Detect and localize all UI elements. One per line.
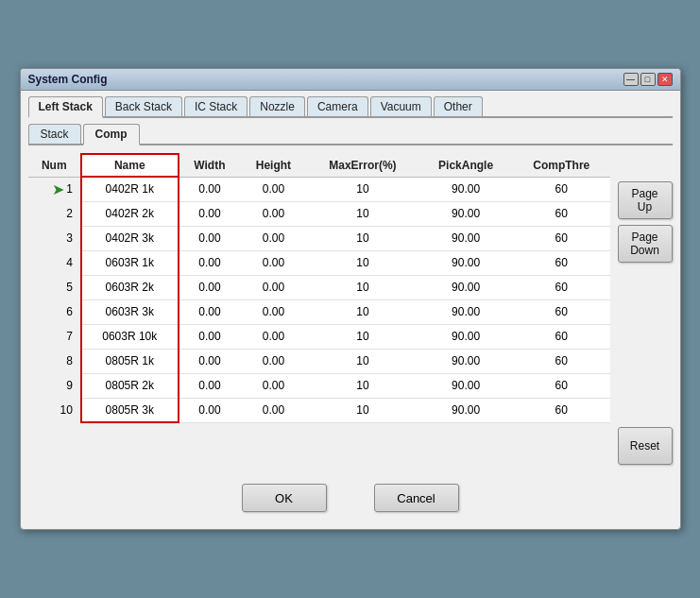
tab-left-stack[interactable]: Left Stack	[28, 96, 103, 118]
cell-width: 0.00	[179, 201, 241, 226]
cell-compthre: 60	[513, 299, 610, 324]
cell-pickangle: 90.00	[418, 349, 513, 373]
table-row[interactable]: 80805R 1k0.000.001090.0060	[28, 349, 610, 373]
table-row[interactable]: 60603R 3k0.000.001090.0060	[28, 299, 610, 324]
table-row[interactable]: 40603R 1k0.000.001090.0060	[28, 250, 610, 275]
page-up-button[interactable]: PageUp	[618, 181, 673, 219]
tab-other[interactable]: Other	[434, 96, 483, 116]
table-row[interactable]: ➤ 10402R 1k0.000.001090.0060	[28, 177, 610, 201]
cell-maxerror: 10	[307, 250, 419, 275]
tab-back-stack[interactable]: Back Stack	[105, 96, 182, 116]
cell-maxerror: 10	[307, 324, 419, 349]
cell-width: 0.00	[179, 373, 241, 398]
cell-height: 0.00	[240, 201, 306, 226]
cell-height: 0.00	[240, 177, 306, 201]
cell-name[interactable]: 0603R 3k	[81, 299, 179, 324]
cell-pickangle: 90.00	[418, 398, 513, 422]
cell-maxerror: 10	[307, 299, 419, 324]
col-width: Width	[179, 154, 241, 177]
maximize-button[interactable]: □	[640, 73, 656, 86]
table-row[interactable]: 20402R 2k0.000.001090.0060	[28, 201, 610, 226]
cell-num: 5	[28, 275, 81, 299]
ok-button[interactable]: OK	[242, 484, 327, 512]
cell-num: 6	[28, 299, 81, 324]
cell-name[interactable]: 0603R 10k	[81, 324, 179, 349]
cell-height: 0.00	[240, 349, 306, 373]
col-maxerror: MaxError(%)	[307, 154, 419, 177]
cell-num: 2	[28, 201, 81, 226]
cell-height: 0.00	[240, 324, 306, 349]
cell-pickangle: 90.00	[418, 324, 513, 349]
cell-width: 0.00	[179, 299, 241, 324]
cell-num: ➤ 1	[28, 177, 81, 201]
cell-pickangle: 90.00	[418, 226, 513, 250]
cell-height: 0.00	[240, 250, 306, 275]
table-row[interactable]: 50603R 2k0.000.001090.0060	[28, 275, 610, 299]
cancel-button[interactable]: Cancel	[374, 484, 459, 512]
cell-maxerror: 10	[307, 275, 419, 299]
cell-num: 4	[28, 250, 81, 275]
cell-maxerror: 10	[307, 201, 419, 226]
cell-compthre: 60	[513, 250, 610, 275]
cell-compthre: 60	[513, 177, 610, 201]
reset-button[interactable]: Reset	[618, 427, 673, 465]
cell-maxerror: 10	[307, 398, 419, 422]
cell-pickangle: 90.00	[418, 177, 513, 201]
cell-compthre: 60	[513, 349, 610, 373]
cell-pickangle: 90.00	[418, 299, 513, 324]
table-row[interactable]: 90805R 2k0.000.001090.0060	[28, 373, 610, 398]
table-row[interactable]: 30402R 3k0.000.001090.0060	[28, 226, 610, 250]
cell-width: 0.00	[179, 226, 241, 250]
cell-pickangle: 90.00	[418, 201, 513, 226]
cell-num: 9	[28, 373, 81, 398]
table-row[interactable]: 100805R 3k0.000.001090.0060	[28, 398, 610, 422]
top-tab-bar: Left Stack Back Stack IC Stack Nozzle Ca…	[28, 96, 673, 118]
table-row[interactable]: 70603R 10k0.000.001090.0060	[28, 324, 610, 349]
cell-width: 0.00	[179, 324, 241, 349]
cell-height: 0.00	[240, 275, 306, 299]
sub-tab-bar: Stack Comp	[28, 124, 673, 145]
main-area: Num Name Width Height MaxError(%) PickAn…	[28, 153, 673, 465]
cell-width: 0.00	[179, 275, 241, 299]
bottom-bar: OK Cancel	[28, 465, 673, 523]
tab-stack[interactable]: Stack	[28, 124, 81, 144]
cell-compthre: 60	[513, 226, 610, 250]
title-bar: System Config — □ ✕	[21, 69, 680, 91]
cell-num: 3	[28, 226, 81, 250]
cell-num: 10	[28, 398, 81, 422]
col-pickangle: PickAngle	[418, 154, 513, 177]
page-down-button[interactable]: PageDown	[618, 225, 673, 263]
cell-height: 0.00	[240, 398, 306, 422]
window-title: System Config	[28, 73, 108, 86]
cell-name[interactable]: 0402R 3k	[81, 226, 179, 250]
cell-compthre: 60	[513, 398, 610, 422]
cell-maxerror: 10	[307, 226, 419, 250]
cell-width: 0.00	[179, 398, 241, 422]
cell-width: 0.00	[179, 250, 241, 275]
col-height: Height	[240, 154, 306, 177]
cell-name[interactable]: 0603R 1k	[81, 250, 179, 275]
cell-name[interactable]: 0805R 2k	[81, 373, 179, 398]
window-content: Left Stack Back Stack IC Stack Nozzle Ca…	[21, 91, 680, 529]
cell-name[interactable]: 0805R 3k	[81, 398, 179, 422]
cell-compthre: 60	[513, 324, 610, 349]
tab-ic-stack[interactable]: IC Stack	[184, 96, 248, 116]
tab-comp[interactable]: Comp	[83, 124, 140, 145]
cell-name[interactable]: 0603R 2k	[81, 275, 179, 299]
side-buttons: PageUp PageDown Reset	[618, 153, 673, 465]
cell-height: 0.00	[240, 226, 306, 250]
tab-nozzle[interactable]: Nozzle	[249, 96, 305, 116]
cell-compthre: 60	[513, 201, 610, 226]
minimize-button[interactable]: —	[623, 73, 639, 86]
data-table-container: Num Name Width Height MaxError(%) PickAn…	[28, 153, 610, 465]
cell-num: 7	[28, 324, 81, 349]
col-name: Name	[81, 154, 179, 177]
cell-compthre: 60	[513, 275, 610, 299]
cell-name[interactable]: 0402R 2k	[81, 201, 179, 226]
cell-name[interactable]: 0805R 1k	[81, 349, 179, 373]
tab-vacuum[interactable]: Vacuum	[370, 96, 432, 116]
tab-camera[interactable]: Camera	[307, 96, 368, 116]
close-button[interactable]: ✕	[657, 73, 673, 86]
cell-maxerror: 10	[307, 349, 419, 373]
cell-name[interactable]: 0402R 1k	[81, 177, 179, 201]
